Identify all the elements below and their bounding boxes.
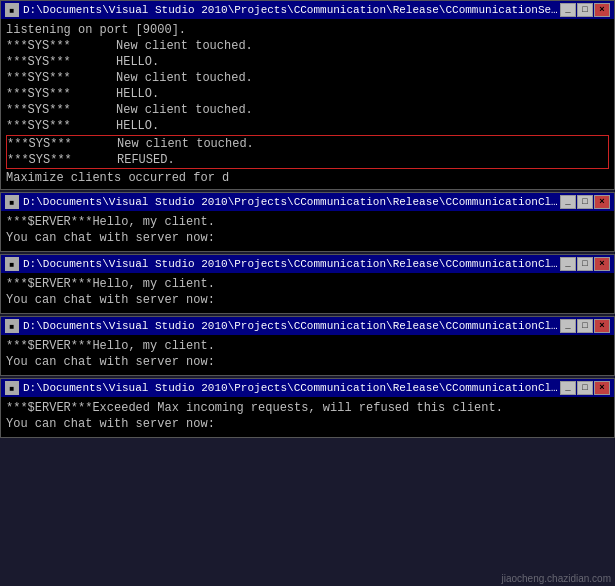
server-line-5: ***SYS***New client touched. (6, 102, 609, 118)
client4-line-1: You can chat with server now: (6, 416, 609, 432)
server-console: listening on port [9000]. ***SYS***New c… (1, 19, 614, 189)
client-window-3: ■ D:\Documents\Visual Studio 2010\Projec… (0, 316, 615, 376)
client1-console: ***$ERVER***Hello, my client. You can ch… (1, 211, 614, 251)
client3-title: D:\Documents\Visual Studio 2010\Projects… (23, 320, 560, 332)
client3-line-0: ***$ERVER***Hello, my client. (6, 338, 609, 354)
client1-line-1: You can chat with server now: (6, 230, 609, 246)
client-window-1: ■ D:\Documents\Visual Studio 2010\Projec… (0, 192, 615, 252)
client2-title: D:\Documents\Visual Studio 2010\Projects… (23, 258, 560, 270)
server-line-6: ***SYS***HELLO. (6, 118, 609, 134)
server-line-3: ***SYS***New client touched. (6, 70, 609, 86)
client3-titlebar: ■ D:\Documents\Visual Studio 2010\Projec… (1, 317, 614, 335)
server-line-4: ***SYS***HELLO. (6, 86, 609, 102)
c3-close[interactable]: × (594, 319, 610, 333)
client-window-2: ■ D:\Documents\Visual Studio 2010\Projec… (0, 254, 615, 314)
server-line-7: ***SYS***New client touched. (7, 136, 608, 152)
client3-line-1: You can chat with server now: (6, 354, 609, 370)
c1-close[interactable]: × (594, 195, 610, 209)
window-icon: ■ (5, 3, 19, 17)
c3-minimize[interactable]: _ (560, 319, 576, 333)
server-window: ■ D:\Documents\Visual Studio 2010\Projec… (0, 0, 615, 190)
window-icon-c3: ■ (5, 319, 19, 333)
server-line-2: ***SYS***HELLO. (6, 54, 609, 70)
window-icon-c2: ■ (5, 257, 19, 271)
c1-minimize[interactable]: _ (560, 195, 576, 209)
restore-button[interactable]: □ (577, 3, 593, 17)
window-icon-c4: ■ (5, 381, 19, 395)
client4-titlebar: ■ D:\Documents\Visual Studio 2010\Projec… (1, 379, 614, 397)
client2-line-0: ***$ERVER***Hello, my client. (6, 276, 609, 292)
client2-titlebar: ■ D:\Documents\Visual Studio 2010\Projec… (1, 255, 614, 273)
c4-restore[interactable]: □ (577, 381, 593, 395)
window-icon-c1: ■ (5, 195, 19, 209)
c1-restore[interactable]: □ (577, 195, 593, 209)
server-line-0: listening on port [9000]. (6, 22, 609, 38)
c2-close[interactable]: × (594, 257, 610, 271)
client4-line-0: ***$ERVER***Exceeded Max incoming reques… (6, 400, 609, 416)
server-titlebar: ■ D:\Documents\Visual Studio 2010\Projec… (1, 1, 614, 19)
minimize-button[interactable]: _ (560, 3, 576, 17)
client4-title: D:\Documents\Visual Studio 2010\Projects… (23, 382, 560, 394)
client1-titlebar: ■ D:\Documents\Visual Studio 2010\Projec… (1, 193, 614, 211)
client1-title: D:\Documents\Visual Studio 2010\Projects… (23, 196, 560, 208)
server-title: D:\Documents\Visual Studio 2010\Projects… (23, 4, 560, 16)
client3-console: ***$ERVER***Hello, my client. You can ch… (1, 335, 614, 375)
client2-line-1: You can chat with server now: (6, 292, 609, 308)
watermark: jiaocheng.chazidian.com (501, 573, 611, 584)
server-line-1: ***SYS***New client touched. (6, 38, 609, 54)
client-window-4: ■ D:\Documents\Visual Studio 2010\Projec… (0, 378, 615, 438)
c4-minimize[interactable]: _ (560, 381, 576, 395)
client1-line-0: ***$ERVER***Hello, my client. (6, 214, 609, 230)
client2-console: ***$ERVER***Hello, my client. You can ch… (1, 273, 614, 313)
c4-close[interactable]: × (594, 381, 610, 395)
c2-restore[interactable]: □ (577, 257, 593, 271)
c3-restore[interactable]: □ (577, 319, 593, 333)
client4-console: ***$ERVER***Exceeded Max incoming reques… (1, 397, 614, 437)
server-line-9: Maximize clients occurred for d (6, 170, 609, 186)
c2-minimize[interactable]: _ (560, 257, 576, 271)
close-button[interactable]: × (594, 3, 610, 17)
server-line-8: ***SYS***REFUSED. (7, 152, 608, 168)
